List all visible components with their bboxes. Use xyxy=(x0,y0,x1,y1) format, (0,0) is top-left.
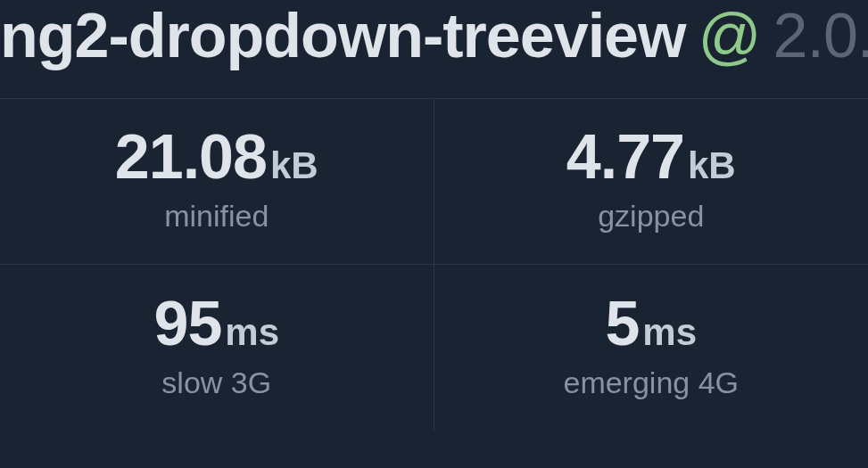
stat-value: 21.08 xyxy=(115,126,267,188)
stat-value-line: 4.77 kB xyxy=(566,126,736,188)
stat-value: 5 xyxy=(605,292,639,355)
package-header: ng2-dropdown-treeview @ 2.0. xyxy=(0,0,868,98)
stat-unit: kB xyxy=(270,147,318,185)
stat-gzipped: 4.77 kB gzipped xyxy=(434,98,869,265)
stat-label: minified xyxy=(164,199,269,234)
stats-grid: 21.08 kB minified 4.77 kB gzipped 95 ms … xyxy=(0,98,868,431)
stat-label: emerging 4G xyxy=(563,365,739,400)
package-name: ng2-dropdown-treeview xyxy=(0,0,685,71)
stat-value: 95 xyxy=(153,292,221,355)
at-symbol: @ xyxy=(698,0,760,71)
stat-unit: kB xyxy=(688,147,736,185)
stat-emerging-4g: 5 ms emerging 4G xyxy=(434,265,869,431)
stat-label: gzipped xyxy=(598,199,704,234)
stat-value-line: 5 ms xyxy=(605,292,697,355)
stat-slow-3g: 95 ms slow 3G xyxy=(0,265,434,431)
stat-value-line: 95 ms xyxy=(153,292,279,355)
stat-label: slow 3G xyxy=(161,365,271,400)
stat-value: 4.77 xyxy=(566,126,684,188)
stat-unit: ms xyxy=(642,314,697,351)
stat-unit: ms xyxy=(225,314,279,351)
stat-minified: 21.08 kB minified xyxy=(0,98,434,265)
stat-value-line: 21.08 kB xyxy=(115,126,318,188)
package-version: 2.0. xyxy=(773,0,868,71)
